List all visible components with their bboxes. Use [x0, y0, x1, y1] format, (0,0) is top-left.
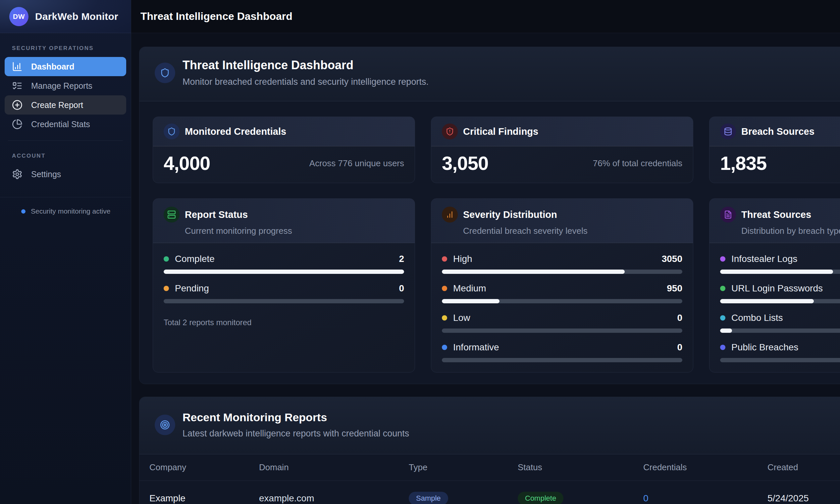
column-header-created: Created: [757, 454, 840, 481]
table-row: Example example.com Sample Complete 0 5/…: [140, 481, 840, 504]
progress-bar-fill: [442, 270, 625, 274]
progress-label: Pending: [175, 283, 209, 294]
progress-row-informative: Informative 0: [442, 342, 682, 362]
table-header-row: Company Domain Type Status Credentials C…: [140, 454, 840, 481]
nav-section-account: Account: [12, 152, 126, 159]
progress-bar: [720, 358, 840, 362]
progress-bar: [442, 328, 682, 333]
file-text-icon: [720, 206, 736, 222]
gear-icon: [12, 169, 22, 179]
dashboard-body: Monitored Credentials 4,000 Across 776 u…: [140, 101, 840, 384]
bar-chart-icon: [12, 61, 22, 72]
stat-note: 76% of total credentials: [593, 158, 682, 168]
panel-title: Threat Sources: [741, 209, 811, 220]
list-todo-icon: [12, 80, 22, 91]
sidebar-status-text: Security monitoring active: [31, 207, 110, 215]
panel-header: Severity Distribution Credential breach …: [431, 199, 693, 243]
progress-label: Medium: [453, 283, 486, 294]
panel-header: Threat Sources Distribution by breach ty…: [710, 199, 840, 243]
progress-bar: [164, 270, 404, 274]
panel-subtitle: Credential breach severity levels: [463, 226, 682, 236]
sidebar-item-manage-reports[interactable]: Manage Reports: [5, 76, 126, 95]
sidebar-item-label: Create Report: [31, 100, 83, 110]
stat-card-title: Critical Findings: [463, 126, 538, 137]
recent-reports-title: Recent Monitoring Reports: [182, 411, 409, 424]
panel-footer: Total 2 reports monitored: [164, 318, 404, 327]
progress-label: Complete: [175, 254, 215, 264]
cell-domain: example.com: [249, 481, 399, 504]
sidebar-item-label: Dashboard: [31, 62, 74, 72]
progress-row-low: Low 0: [442, 312, 682, 333]
panel-report-status: Report Status Current monitoring progres…: [153, 198, 415, 373]
type-badge: Sample: [409, 492, 448, 504]
progress-bar-fill: [164, 270, 404, 274]
progress-bar: [442, 358, 682, 362]
progress-row-high: High 3050: [442, 254, 682, 274]
sidebar-item-create-report[interactable]: Create Report: [5, 95, 126, 114]
status-dot-icon: [21, 209, 25, 214]
brand-initials: DW: [13, 13, 25, 20]
page-header: Threat Intelligence Dashboard Monitor br…: [140, 47, 840, 101]
sidebar-item-label: Credential Stats: [31, 120, 90, 129]
sidebar-item-dashboard[interactable]: Dashboard: [5, 57, 126, 76]
panel-subtitle: Current monitoring progress: [185, 226, 404, 236]
progress-bar: [442, 299, 682, 303]
progress-bar: [442, 270, 682, 274]
panel-title: Report Status: [185, 209, 248, 220]
sidebar-item-credential-stats[interactable]: Credential Stats: [5, 114, 126, 134]
progress-value: 3050: [662, 254, 682, 264]
stat-card-breach-sources: Breach Sources 1,835: [709, 116, 840, 183]
stat-card-header: Monitored Credentials: [153, 117, 415, 146]
page-title: Threat Intelligence Dashboard: [182, 58, 429, 72]
progress-label: Combo Lists: [731, 312, 783, 323]
progress-label: Public Breaches: [731, 342, 798, 353]
progress-row-pending: Pending 0: [164, 283, 404, 303]
column-header-status: Status: [508, 454, 633, 481]
recent-reports-subtitle: Latest darkweb intelligence reports with…: [182, 429, 409, 439]
reports-table: Company Domain Type Status Credentials C…: [140, 454, 840, 504]
stat-card-monitored-credentials: Monitored Credentials 4,000 Across 776 u…: [153, 116, 415, 183]
pie-chart-icon: [12, 119, 22, 129]
stat-card-title: Monitored Credentials: [185, 126, 286, 137]
legend-dot-icon: [442, 345, 447, 350]
bar-chart-icon: [442, 206, 458, 222]
panel-subtitle: Distribution by breach type: [741, 226, 840, 236]
sidebar-item-settings[interactable]: Settings: [5, 165, 126, 184]
progress-bar: [720, 299, 840, 303]
credentials-link[interactable]: 0: [643, 493, 648, 503]
progress-bar-fill: [442, 299, 500, 303]
progress-label: Infostealer Logs: [731, 254, 797, 264]
panel-title: Severity Distribution: [463, 209, 557, 220]
progress-bar: [720, 328, 840, 333]
panel-threat-sources: Threat Sources Distribution by breach ty…: [709, 198, 840, 373]
brand-logo: DW: [9, 7, 29, 26]
progress-label: High: [453, 254, 472, 264]
stat-card-critical-findings: Critical Findings 3,050 76% of total cre…: [431, 116, 693, 183]
progress-label: Low: [453, 312, 470, 323]
progress-bar: [164, 299, 404, 303]
progress-bar: [720, 270, 840, 274]
cell-created: 5/24/2025: [757, 481, 840, 504]
target-icon: [155, 415, 175, 435]
legend-dot-icon: [442, 256, 447, 262]
legend-dot-icon: [442, 286, 447, 291]
dashboard-panel: Threat Intelligence Dashboard Monitor br…: [139, 47, 840, 384]
legend-dot-icon: [442, 315, 447, 321]
sidebar: DW DarkWeb Monitor Security Operations D…: [0, 0, 131, 504]
sidebar-nav: Security Operations Dashboard Manage Rep…: [0, 45, 131, 184]
topbar-title: Threat Intelligence Dashboard: [140, 10, 292, 22]
progress-bar-fill: [720, 270, 833, 274]
cell-company: Example: [140, 481, 249, 504]
column-header-company: Company: [140, 454, 249, 481]
progress-value: 0: [677, 312, 682, 323]
stat-value: 1,835: [720, 154, 767, 173]
progress-label: URL Login Passwords: [731, 283, 823, 294]
main-content: Threat Intelligence Dashboard Monitor br…: [139, 47, 840, 504]
page-subtitle: Monitor breached credentials and securit…: [182, 77, 429, 87]
circle-plus-icon: [12, 100, 22, 110]
progress-value: 0: [677, 342, 682, 353]
database-icon: [720, 124, 736, 139]
shield-alert-icon: [442, 124, 458, 139]
progress-value: 950: [667, 283, 682, 294]
brand-name: DarkWeb Monitor: [35, 11, 118, 22]
